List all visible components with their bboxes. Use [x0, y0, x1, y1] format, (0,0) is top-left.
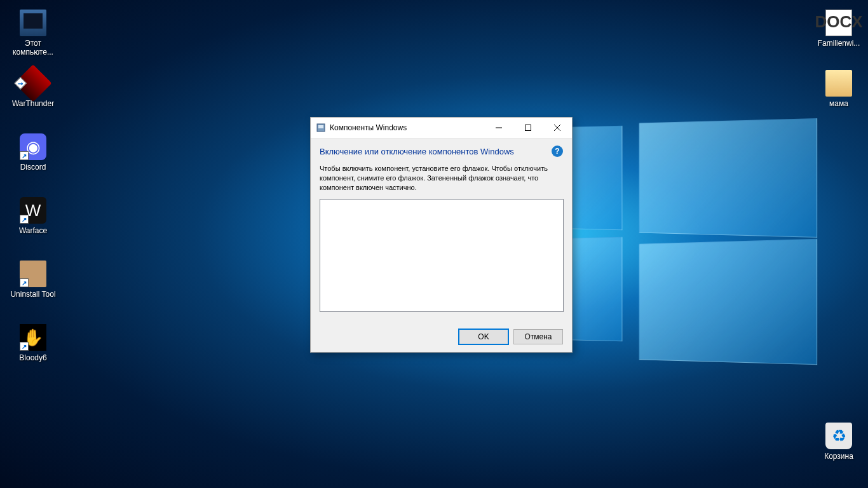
desktop-icon-warthunder[interactable]: ↗WarThunder — [8, 70, 58, 108]
minimize-button[interactable] — [484, 118, 513, 139]
desktop-icon-label: Bloody6 — [8, 353, 58, 362]
svg-rect-1 — [318, 125, 323, 128]
desktop-icon-label: Warface — [8, 226, 58, 235]
familienwi-icon: DOCX — [825, 10, 852, 36]
cancel-button[interactable]: Отмена — [513, 329, 563, 344]
titlebar[interactable]: Компоненты Windows — [311, 118, 572, 139]
desktop-icon-label: Familienwi... — [813, 39, 864, 48]
close-button[interactable] — [543, 118, 572, 139]
desktop-icon-mama[interactable]: мама — [813, 70, 864, 108]
window-title: Компоненты Windows — [330, 123, 484, 132]
desktop-icon-recycle-bin[interactable]: ♻Корзина — [813, 423, 864, 461]
shortcut-arrow-icon: ↗ — [20, 342, 29, 351]
shortcut-arrow-icon: ↗ — [20, 215, 29, 224]
mama-icon — [825, 70, 852, 97]
maximize-button[interactable] — [513, 118, 543, 139]
desktop-icon-familienwi[interactable]: DOCXFamilienwi... — [813, 10, 864, 48]
warface-icon: W↗ — [20, 197, 46, 224]
desktop-icon-uninstall-tool[interactable]: ↗Uninstall Tool — [8, 261, 58, 299]
uninstall-tool-icon: ↗ — [20, 261, 46, 287]
features-listbox[interactable] — [320, 199, 564, 312]
help-icon[interactable]: ? — [552, 146, 563, 157]
warthunder-icon: ↗ — [14, 64, 51, 102]
desktop-icon-label: Uninstall Tool — [8, 290, 58, 299]
this-pc-icon — [20, 10, 46, 36]
desktop-icon-label: Этот компьюте... — [8, 39, 58, 57]
discord-icon: ◉↗ — [20, 133, 46, 160]
svg-rect-3 — [526, 125, 531, 131]
desktop-icon-label: мама — [813, 99, 864, 108]
desktop-icon-label: Корзина — [813, 452, 864, 461]
ok-button[interactable]: OK — [459, 329, 508, 344]
recycle-bin-icon: ♻ — [825, 423, 852, 449]
shortcut-arrow-icon: ↗ — [14, 77, 27, 90]
desktop-icon-bloody6[interactable]: ✋↗Bloody6 — [8, 324, 58, 362]
app-icon — [316, 123, 326, 133]
dialog-description: Чтобы включить компонент, установите его… — [320, 164, 563, 193]
dialog-heading: Включение или отключение компонентов Win… — [320, 146, 563, 158]
desktop-icon-discord[interactable]: ◉↗Discord — [8, 133, 58, 172]
shortcut-arrow-icon: ↗ — [20, 278, 29, 287]
shortcut-arrow-icon: ↗ — [20, 151, 29, 160]
windows-features-dialog: Компоненты Windows Включение или отключе… — [310, 117, 573, 353]
desktop-icon-warface[interactable]: W↗Warface — [8, 197, 58, 235]
desktop-icon-this-pc[interactable]: Этот компьюте... — [8, 10, 58, 57]
bloody6-icon: ✋↗ — [20, 324, 46, 351]
desktop-icon-label: Discord — [8, 163, 58, 172]
